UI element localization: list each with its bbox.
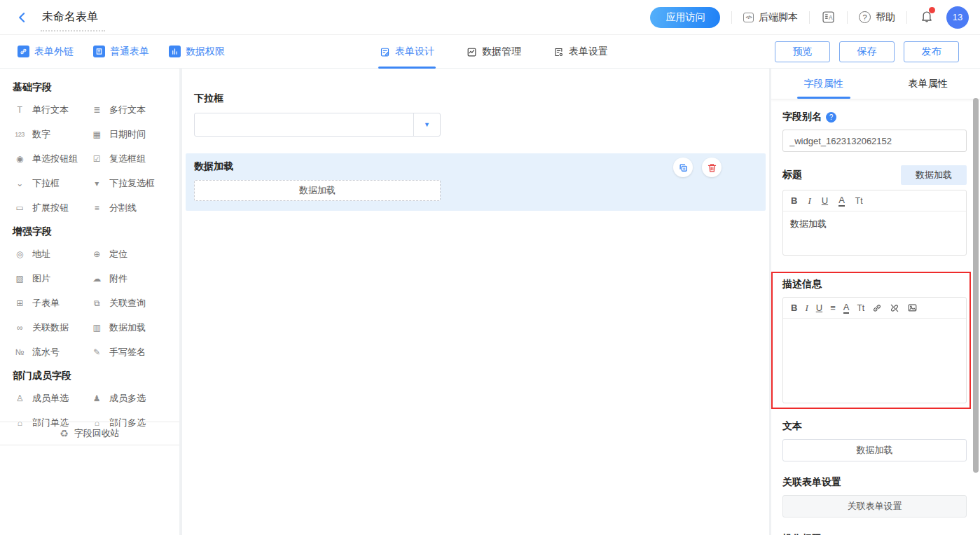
palette-item-number[interactable]: 123数字 <box>13 128 90 141</box>
bold-button[interactable]: B <box>791 303 797 312</box>
canvas-field-data-load[interactable]: 数据加载 数据加载 <box>186 153 766 211</box>
radio-icon: ◉ <box>13 154 27 164</box>
normal-form-button[interactable]: 普通表单 <box>93 46 149 58</box>
field-label: 下拉框 <box>194 92 757 105</box>
insert-image-button[interactable] <box>907 303 918 313</box>
text-value-button[interactable]: 数据加载 <box>782 439 967 461</box>
palette-item-extend-button[interactable]: ▭扩展按钮 <box>13 202 90 214</box>
palette-item-member-single[interactable]: ♙成员单选 <box>13 392 90 405</box>
help-button[interactable]: ? 帮助 <box>859 11 895 24</box>
title-editor-content[interactable]: 数据加载 <box>783 211 966 255</box>
palette-item-datetime[interactable]: ▦日期时间 <box>90 128 167 141</box>
italic-button[interactable]: I <box>808 196 810 205</box>
tab-form-design-label: 表单设计 <box>395 46 434 58</box>
bold-button[interactable]: B <box>791 196 797 205</box>
form-settings-icon <box>553 47 564 57</box>
palette-item-image[interactable]: ▨图片 <box>13 272 90 285</box>
italic-button[interactable]: I <box>805 303 808 312</box>
field-recycle-bin-button[interactable]: ♻ 字段回收站 <box>0 422 179 445</box>
dropdown-select[interactable]: ▼ <box>194 113 441 137</box>
delete-field-button[interactable] <box>702 158 722 177</box>
palette-item-member-multi[interactable]: ♟成员多选 <box>90 392 167 405</box>
question-icon: ? <box>859 11 871 23</box>
description-rich-editor: B I U ≡ A Tt <box>782 297 967 403</box>
data-load-icon: ▥ <box>90 323 104 333</box>
form-design-icon <box>380 47 390 57</box>
tab-form-properties[interactable]: 表单属性 <box>876 69 980 99</box>
font-color-button[interactable]: A <box>843 303 850 314</box>
palette-item-dropdown[interactable]: ⌄下拉框 <box>13 177 90 190</box>
back-button[interactable] <box>15 11 29 25</box>
save-button[interactable]: 保存 <box>839 41 895 62</box>
text-section-label: 文本 <box>782 420 802 433</box>
palette-item-label: 多行文本 <box>109 104 146 116</box>
palette-item-single-line-text[interactable]: T单行文本 <box>13 104 90 116</box>
data-load-trigger-button[interactable]: 数据加载 <box>194 180 441 201</box>
palette-item-address[interactable]: ◎地址 <box>13 248 90 260</box>
palette-item-label: 关联查询 <box>109 297 146 310</box>
backend-script-button[interactable]: </> 后端脚本 <box>743 11 798 24</box>
font-size-button[interactable]: Tt <box>857 304 864 312</box>
form-canvas: 下拉框 ▼ 数据加载 数据加载 <box>182 69 769 535</box>
underline-button[interactable]: U <box>822 196 828 205</box>
section-title-dept-member: 部门成员字段 <box>13 370 167 382</box>
tab-form-design[interactable]: 表单设计 <box>378 35 436 69</box>
palette-item-subform[interactable]: ⊞子表单 <box>13 297 90 310</box>
multi-line-text-icon: ≣ <box>90 105 104 115</box>
form-title[interactable]: 未命名表单 <box>42 11 98 22</box>
avatar[interactable]: 13 <box>946 6 969 29</box>
data-permission-button[interactable]: 数据权限 <box>169 46 225 58</box>
language-button[interactable]: A <box>821 10 836 25</box>
app-access-button[interactable]: 应用访问 <box>650 7 720 28</box>
chevron-down-icon[interactable]: ▼ <box>413 113 440 136</box>
palette-item-label: 数字 <box>32 128 50 141</box>
dropdown-value <box>195 113 413 136</box>
palette-item-data-load[interactable]: ▥数据加载 <box>90 321 167 334</box>
publish-button[interactable]: 发布 <box>904 41 959 62</box>
recycle-label: 字段回收站 <box>74 427 120 440</box>
title-field-tag[interactable]: 数据加载 <box>901 165 967 185</box>
palette-item-label: 下拉复选框 <box>109 177 155 190</box>
palette-item-linked-data[interactable]: ∞关联数据 <box>13 321 90 334</box>
palette-item-attachment[interactable]: ☁附件 <box>90 272 167 285</box>
palette-item-multi-line-text[interactable]: ≣多行文本 <box>90 104 167 116</box>
palette-item-signature[interactable]: ✎手写签名 <box>90 346 167 359</box>
palette-item-linked-query[interactable]: ⧉关联查询 <box>90 297 167 310</box>
normal-form-label: 普通表单 <box>110 46 149 58</box>
font-size-button[interactable]: Tt <box>855 197 863 205</box>
backend-script-label: 后端脚本 <box>759 11 798 24</box>
underline-button[interactable]: U <box>816 303 822 312</box>
remove-link-button[interactable] <box>890 303 899 313</box>
insert-link-button[interactable] <box>872 303 882 313</box>
palette-item-divider-line[interactable]: ≡分割线 <box>90 202 167 214</box>
palette-item-position[interactable]: ⊕定位 <box>90 248 167 260</box>
calendar-icon: ▦ <box>90 130 104 139</box>
related-form-settings-button[interactable]: 关联表单设置 <box>782 495 967 517</box>
description-editor-content[interactable] <box>783 319 966 403</box>
form-external-link-button[interactable]: 表单外链 <box>18 46 74 58</box>
title-label: 标题 <box>782 169 802 181</box>
palette-item-checkbox-group[interactable]: ☑复选框组 <box>90 153 167 165</box>
palette-item-dropdown-multi[interactable]: ▾下拉复选框 <box>90 177 167 190</box>
preview-button[interactable]: 预览 <box>775 41 830 62</box>
field-alias-input[interactable] <box>782 130 967 152</box>
palette-item-label: 关联数据 <box>32 321 69 334</box>
canvas-field-dropdown[interactable]: 下拉框 ▼ <box>186 85 766 146</box>
panel-scrollbar[interactable] <box>973 98 979 473</box>
tab-form-settings[interactable]: 表单设置 <box>552 35 609 69</box>
copy-icon <box>678 162 689 173</box>
palette-item-radio-group[interactable]: ◉单选按钮组 <box>13 153 90 165</box>
tab-data-management[interactable]: 数据管理 <box>465 35 523 69</box>
tab-field-properties[interactable]: 字段属性 <box>771 69 876 99</box>
notification-bell-button[interactable] <box>920 9 934 26</box>
palette-item-label: 扩展按钮 <box>32 202 69 214</box>
font-color-button[interactable]: A <box>838 195 845 207</box>
notification-dot <box>929 7 935 13</box>
single-line-text-icon: T <box>13 105 27 115</box>
linked-data-icon: ∞ <box>13 323 27 333</box>
align-button[interactable]: ≡ <box>830 303 836 312</box>
field-alias-help-icon[interactable]: ? <box>826 112 836 123</box>
data-permission-label: 数据权限 <box>186 46 225 58</box>
palette-item-serial-number[interactable]: №流水号 <box>13 346 90 359</box>
copy-field-button[interactable] <box>673 158 693 177</box>
